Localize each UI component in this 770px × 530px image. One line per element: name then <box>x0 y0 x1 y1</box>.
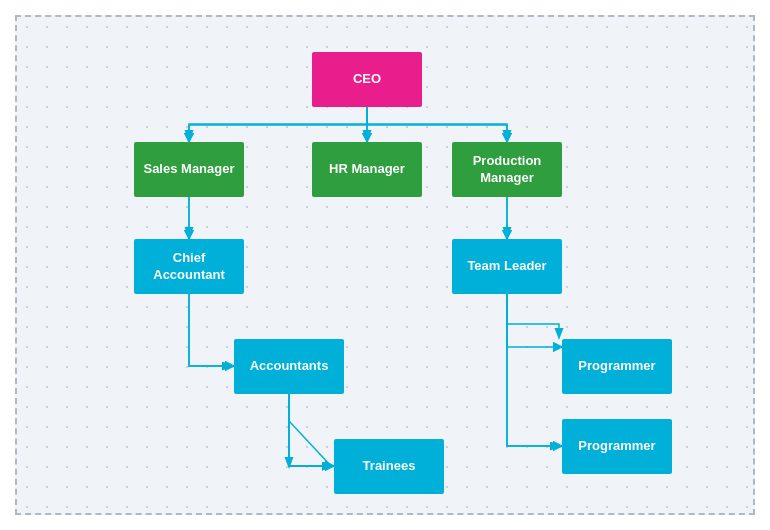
node-sales-label: Sales Manager <box>143 161 234 178</box>
node-accountants-label: Accountants <box>250 358 329 375</box>
node-hr-label: HR Manager <box>329 161 405 178</box>
node-production-manager[interactable]: Production Manager <box>452 142 562 197</box>
node-chief-label: Chief Accountant <box>140 250 238 284</box>
node-ceo-label: CEO <box>353 71 381 88</box>
node-production-label: Production Manager <box>458 153 556 187</box>
node-programmer1-label: Programmer <box>578 358 655 375</box>
node-programmer2[interactable]: Programmer <box>562 419 672 474</box>
node-hr-manager[interactable]: HR Manager <box>312 142 422 197</box>
node-trainees-label: Trainees <box>363 458 416 475</box>
node-ceo[interactable]: CEO <box>312 52 422 107</box>
node-sales-manager[interactable]: Sales Manager <box>134 142 244 197</box>
node-team-leader[interactable]: Team Leader <box>452 239 562 294</box>
node-chief-accountant[interactable]: Chief Accountant <box>134 239 244 294</box>
node-programmer1[interactable]: Programmer <box>562 339 672 394</box>
org-chart-canvas: CEO Sales Manager HR Manager Production … <box>15 15 755 515</box>
node-programmer2-label: Programmer <box>578 438 655 455</box>
node-teamleader-label: Team Leader <box>467 258 546 275</box>
node-trainees[interactable]: Trainees <box>334 439 444 494</box>
node-accountants[interactable]: Accountants <box>234 339 344 394</box>
